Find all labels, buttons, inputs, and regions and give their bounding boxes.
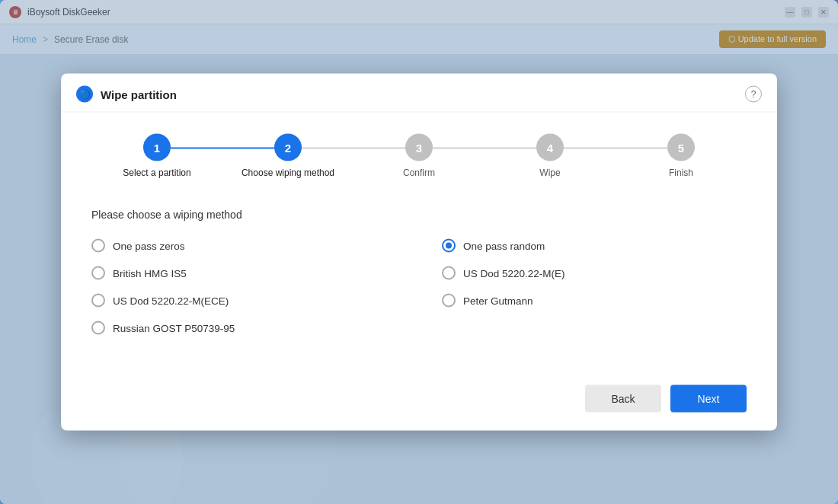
step-2-label: Choose wiping method: [241, 167, 334, 178]
radio-peter-gutmann[interactable]: [442, 294, 456, 308]
step-2-connector: [302, 148, 405, 149]
option-british-hmg-is5-label: British HMG IS5: [113, 267, 187, 279]
step-5-circle: 5: [667, 134, 695, 161]
modal-body: Please choose a wiping method One pass z…: [61, 193, 777, 373]
next-button[interactable]: Next: [670, 385, 747, 413]
step-4: 4 Wipe: [485, 134, 616, 178]
step-3-circle: 3: [405, 134, 433, 161]
option-peter-gutmann[interactable]: Peter Gutmann: [442, 294, 747, 308]
option-british-hmg-is5[interactable]: British HMG IS5: [91, 266, 396, 280]
step-2-circle: 2: [274, 134, 302, 161]
radio-russian-gost[interactable]: [91, 321, 105, 335]
radio-one-pass-zeros[interactable]: [91, 239, 105, 253]
step-3: 3 Confirm: [353, 134, 485, 178]
step-1-connector: [171, 148, 274, 149]
step-1-circle: 1: [143, 134, 171, 161]
radio-one-pass-random[interactable]: [442, 239, 456, 253]
help-button[interactable]: ?: [745, 86, 762, 103]
option-us-dod-e-label: US Dod 5220.22-M(E): [463, 267, 565, 279]
modal-header: 🔵 Wipe partition ?: [61, 74, 777, 113]
step-2: 2 Choose wiping method: [222, 134, 353, 178]
step-3-connector: [433, 148, 536, 149]
option-peter-gutmann-label: Peter Gutmann: [463, 295, 533, 306]
step-4-label: Wipe: [539, 167, 560, 178]
back-button[interactable]: Back: [585, 385, 661, 413]
stepper: 1 Select a partition 2 Choose wiping met…: [61, 113, 777, 193]
radio-dot-selected: [446, 243, 452, 249]
radio-us-dod-ece[interactable]: [91, 294, 105, 308]
option-one-pass-zeros-label: One pass zeros: [113, 240, 185, 251]
option-us-dod-ece[interactable]: US Dod 5220.22-M(ECE): [91, 294, 396, 308]
option-us-dod-e[interactable]: US Dod 5220.22-M(E): [442, 266, 747, 280]
wiping-options: One pass zeros One pass random British H…: [91, 239, 747, 335]
step-4-connector: [564, 148, 667, 149]
radio-us-dod-e[interactable]: [442, 266, 456, 280]
section-title: Please choose a wiping method: [91, 209, 747, 221]
modal-title: Wipe partition: [101, 88, 737, 100]
option-one-pass-zeros[interactable]: One pass zeros: [91, 239, 396, 253]
option-us-dod-ece-label: US Dod 5220.22-M(ECE): [113, 295, 229, 306]
modal-icon: 🔵: [76, 86, 93, 103]
radio-british-hmg-is5[interactable]: [91, 266, 105, 280]
wipe-partition-dialog: 🔵 Wipe partition ? 1 Select a partition …: [61, 74, 777, 431]
option-one-pass-random[interactable]: One pass random: [442, 239, 747, 253]
step-5-label: Finish: [669, 167, 693, 178]
modal-footer: Back Next: [61, 373, 777, 431]
step-1: 1 Select a partition: [91, 134, 222, 178]
option-one-pass-random-label: One pass random: [463, 240, 545, 251]
step-4-circle: 4: [536, 134, 564, 161]
step-1-label: Select a partition: [123, 167, 190, 178]
option-russian-gost-label: Russian GOST P50739-95: [113, 322, 235, 333]
option-russian-gost[interactable]: Russian GOST P50739-95: [91, 321, 396, 335]
step-5: 5 Finish: [616, 134, 747, 178]
step-3-label: Confirm: [403, 167, 435, 178]
